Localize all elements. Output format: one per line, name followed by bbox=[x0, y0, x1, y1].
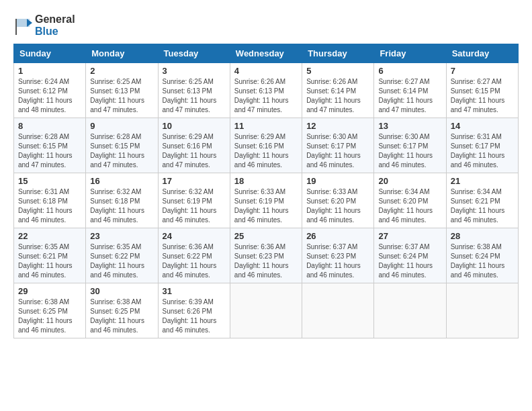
day-info: Sunrise: 6:29 AMSunset: 6:16 PMDaylight:… bbox=[234, 132, 298, 170]
day-info: Sunrise: 6:37 AMSunset: 6:23 PMDaylight:… bbox=[306, 242, 369, 280]
day-number: 10 bbox=[163, 121, 226, 131]
calendar-week-4: 22 Sunrise: 6:35 AMSunset: 6:21 PMDaylig… bbox=[14, 228, 519, 283]
calendar-cell: 9 Sunrise: 6:28 AMSunset: 6:15 PMDayligh… bbox=[86, 118, 158, 173]
day-number: 19 bbox=[306, 176, 369, 186]
calendar-cell: 27 Sunrise: 6:37 AMSunset: 6:24 PMDaylig… bbox=[374, 228, 446, 283]
calendar-header-wednesday: Wednesday bbox=[230, 44, 302, 63]
calendar-header-sunday: Sunday bbox=[14, 44, 86, 63]
calendar-cell: 30 Sunrise: 6:38 AMSunset: 6:25 PMDaylig… bbox=[86, 283, 158, 338]
day-info: Sunrise: 6:34 AMSunset: 6:21 PMDaylight:… bbox=[451, 187, 514, 225]
day-number: 16 bbox=[90, 176, 153, 186]
calendar-header-tuesday: Tuesday bbox=[158, 44, 230, 63]
calendar-cell: 16 Sunrise: 6:32 AMSunset: 6:18 PMDaylig… bbox=[86, 173, 158, 228]
day-number: 29 bbox=[18, 286, 81, 296]
day-info: Sunrise: 6:34 AMSunset: 6:20 PMDaylight:… bbox=[378, 187, 441, 225]
calendar-cell: 19 Sunrise: 6:33 AMSunset: 6:20 PMDaylig… bbox=[302, 173, 374, 228]
calendar-cell bbox=[230, 283, 302, 338]
calendar-week-3: 15 Sunrise: 6:31 AMSunset: 6:18 PMDaylig… bbox=[14, 173, 519, 228]
day-number: 14 bbox=[451, 121, 514, 131]
calendar-cell: 31 Sunrise: 6:39 AMSunset: 6:26 PMDaylig… bbox=[158, 283, 230, 338]
calendar-cell bbox=[446, 283, 518, 338]
day-info: Sunrise: 6:25 AMSunset: 6:13 PMDaylight:… bbox=[90, 77, 153, 115]
day-info: Sunrise: 6:27 AMSunset: 6:15 PMDaylight:… bbox=[451, 77, 514, 115]
day-info: Sunrise: 6:32 AMSunset: 6:18 PMDaylight:… bbox=[90, 187, 153, 225]
calendar-cell: 3 Sunrise: 6:25 AMSunset: 6:13 PMDayligh… bbox=[158, 63, 230, 118]
calendar-cell: 6 Sunrise: 6:27 AMSunset: 6:14 PMDayligh… bbox=[374, 63, 446, 118]
logo-flag-icon bbox=[13, 16, 32, 35]
calendar-header-friday: Friday bbox=[374, 44, 446, 63]
day-info: Sunrise: 6:30 AMSunset: 6:17 PMDaylight:… bbox=[378, 132, 441, 170]
day-info: Sunrise: 6:28 AMSunset: 6:15 PMDaylight:… bbox=[18, 132, 81, 170]
day-info: Sunrise: 6:37 AMSunset: 6:24 PMDaylight:… bbox=[378, 242, 441, 280]
calendar-cell bbox=[374, 283, 446, 338]
day-number: 30 bbox=[90, 286, 153, 296]
day-info: Sunrise: 6:36 AMSunset: 6:23 PMDaylight:… bbox=[234, 242, 298, 280]
calendar-cell: 18 Sunrise: 6:33 AMSunset: 6:19 PMDaylig… bbox=[230, 173, 302, 228]
day-info: Sunrise: 6:33 AMSunset: 6:20 PMDaylight:… bbox=[306, 187, 369, 225]
day-number: 21 bbox=[451, 176, 514, 186]
logo-general: General bbox=[35, 13, 75, 26]
day-info: Sunrise: 6:29 AMSunset: 6:16 PMDaylight:… bbox=[163, 132, 226, 170]
day-info: Sunrise: 6:38 AMSunset: 6:25 PMDaylight:… bbox=[90, 298, 153, 335]
calendar-cell: 12 Sunrise: 6:30 AMSunset: 6:17 PMDaylig… bbox=[302, 118, 374, 173]
day-number: 7 bbox=[451, 66, 514, 76]
calendar-cell: 28 Sunrise: 6:38 AMSunset: 6:24 PMDaylig… bbox=[446, 228, 518, 283]
calendar-cell: 15 Sunrise: 6:31 AMSunset: 6:18 PMDaylig… bbox=[14, 173, 86, 228]
calendar-cell: 22 Sunrise: 6:35 AMSunset: 6:21 PMDaylig… bbox=[14, 228, 86, 283]
day-number: 4 bbox=[234, 66, 298, 76]
day-info: Sunrise: 6:28 AMSunset: 6:15 PMDaylight:… bbox=[90, 132, 153, 170]
day-number: 9 bbox=[90, 121, 153, 131]
day-number: 31 bbox=[163, 286, 226, 296]
calendar-cell: 2 Sunrise: 6:25 AMSunset: 6:13 PMDayligh… bbox=[86, 63, 158, 118]
day-number: 28 bbox=[451, 231, 514, 241]
day-info: Sunrise: 6:35 AMSunset: 6:22 PMDaylight:… bbox=[90, 242, 153, 280]
calendar-week-2: 8 Sunrise: 6:28 AMSunset: 6:15 PMDayligh… bbox=[14, 118, 519, 173]
calendar-cell: 14 Sunrise: 6:31 AMSunset: 6:17 PMDaylig… bbox=[446, 118, 518, 173]
calendar-cell: 13 Sunrise: 6:30 AMSunset: 6:17 PMDaylig… bbox=[374, 118, 446, 173]
calendar-cell: 17 Sunrise: 6:32 AMSunset: 6:19 PMDaylig… bbox=[158, 173, 230, 228]
day-number: 24 bbox=[163, 231, 226, 241]
calendar-cell: 5 Sunrise: 6:26 AMSunset: 6:14 PMDayligh… bbox=[302, 63, 374, 118]
day-number: 3 bbox=[163, 66, 226, 76]
calendar-header-monday: Monday bbox=[86, 44, 158, 63]
day-number: 12 bbox=[306, 121, 369, 131]
calendar-header-thursday: Thursday bbox=[302, 44, 374, 63]
day-info: Sunrise: 6:27 AMSunset: 6:14 PMDaylight:… bbox=[378, 77, 441, 115]
day-info: Sunrise: 6:31 AMSunset: 6:18 PMDaylight:… bbox=[18, 187, 81, 225]
day-number: 27 bbox=[378, 231, 441, 241]
calendar-cell: 26 Sunrise: 6:37 AMSunset: 6:23 PMDaylig… bbox=[302, 228, 374, 283]
calendar-cell: 24 Sunrise: 6:36 AMSunset: 6:22 PMDaylig… bbox=[158, 228, 230, 283]
day-info: Sunrise: 6:32 AMSunset: 6:19 PMDaylight:… bbox=[163, 187, 226, 225]
day-info: Sunrise: 6:24 AMSunset: 6:12 PMDaylight:… bbox=[18, 77, 81, 115]
calendar-week-5: 29 Sunrise: 6:38 AMSunset: 6:25 PMDaylig… bbox=[14, 283, 519, 338]
calendar-cell: 29 Sunrise: 6:38 AMSunset: 6:25 PMDaylig… bbox=[14, 283, 86, 338]
calendar-cell bbox=[302, 283, 374, 338]
day-info: Sunrise: 6:35 AMSunset: 6:21 PMDaylight:… bbox=[18, 242, 81, 280]
day-number: 5 bbox=[306, 66, 369, 76]
day-number: 25 bbox=[234, 231, 298, 241]
calendar-cell: 23 Sunrise: 6:35 AMSunset: 6:22 PMDaylig… bbox=[86, 228, 158, 283]
calendar-cell: 1 Sunrise: 6:24 AMSunset: 6:12 PMDayligh… bbox=[14, 63, 86, 118]
day-info: Sunrise: 6:38 AMSunset: 6:24 PMDaylight:… bbox=[451, 242, 514, 280]
day-number: 11 bbox=[234, 121, 298, 131]
calendar-cell: 4 Sunrise: 6:26 AMSunset: 6:13 PMDayligh… bbox=[230, 63, 302, 118]
day-number: 2 bbox=[90, 66, 153, 76]
calendar-cell: 25 Sunrise: 6:36 AMSunset: 6:23 PMDaylig… bbox=[230, 228, 302, 283]
calendar-cell: 11 Sunrise: 6:29 AMSunset: 6:16 PMDaylig… bbox=[230, 118, 302, 173]
day-info: Sunrise: 6:25 AMSunset: 6:13 PMDaylight:… bbox=[163, 77, 226, 115]
day-info: Sunrise: 6:30 AMSunset: 6:17 PMDaylight:… bbox=[306, 132, 369, 170]
logo: General Blue bbox=[13, 13, 75, 37]
logo-block: General Blue bbox=[13, 13, 75, 37]
calendar-table: SundayMondayTuesdayWednesdayThursdayFrid… bbox=[13, 44, 519, 338]
day-info: Sunrise: 6:38 AMSunset: 6:25 PMDaylight:… bbox=[18, 298, 81, 335]
day-info: Sunrise: 6:26 AMSunset: 6:13 PMDaylight:… bbox=[234, 77, 298, 115]
day-info: Sunrise: 6:36 AMSunset: 6:22 PMDaylight:… bbox=[163, 242, 226, 280]
day-number: 6 bbox=[378, 66, 441, 76]
day-info: Sunrise: 6:31 AMSunset: 6:17 PMDaylight:… bbox=[451, 132, 514, 170]
day-number: 15 bbox=[18, 176, 81, 186]
calendar-cell: 7 Sunrise: 6:27 AMSunset: 6:15 PMDayligh… bbox=[446, 63, 518, 118]
day-number: 17 bbox=[163, 176, 226, 186]
day-info: Sunrise: 6:33 AMSunset: 6:19 PMDaylight:… bbox=[234, 187, 298, 225]
day-number: 8 bbox=[18, 121, 81, 131]
calendar-cell: 20 Sunrise: 6:34 AMSunset: 6:20 PMDaylig… bbox=[374, 173, 446, 228]
